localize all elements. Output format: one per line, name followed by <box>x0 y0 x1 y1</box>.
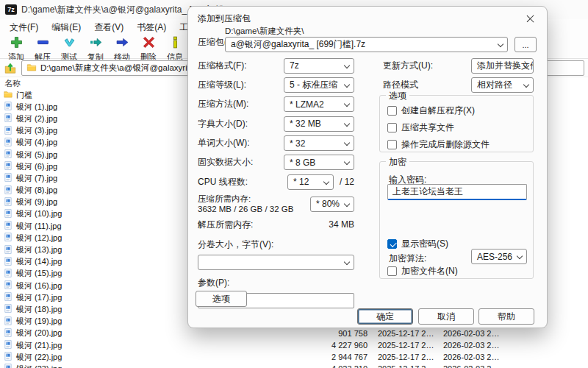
field-label: 压缩等级(L): <box>198 79 246 91</box>
file-name: 银河 (5).jpg <box>16 149 57 160</box>
cpu-threads-row: CPU 线程数: * 12 / 12 <box>198 172 354 191</box>
file-name: 银河 (12).jpg <box>16 233 62 244</box>
option-checkbox-2[interactable]: 操作完成后删除源文件 <box>387 138 490 151</box>
cpu-threads-max: / 12 <box>340 177 354 187</box>
file-size-cell: 2 944 767 <box>319 353 368 361</box>
cpu-threads-label: CPU 线程数: <box>198 176 248 188</box>
menu-item-3[interactable]: 书签(A) <box>130 20 173 35</box>
chevron-down-icon <box>344 101 350 107</box>
move-arrow-icon <box>116 36 129 52</box>
file-created-cell: 2026-02-03 2… <box>437 353 499 361</box>
cpu-threads-combo[interactable]: * 12 <box>287 174 334 190</box>
field-value: 7z <box>290 60 299 71</box>
options-button[interactable]: 选项 <box>196 291 247 307</box>
field-value: * 32 MB <box>290 118 321 129</box>
image-file-icon <box>4 292 12 302</box>
memory-decompress-value: 34 MB <box>329 219 354 230</box>
field-combo[interactable]: * 32 <box>284 135 354 151</box>
close-button[interactable] <box>514 8 545 29</box>
field-combo[interactable]: 7z <box>284 58 354 74</box>
archive-directory: D:\game\新建文件夹\ <box>225 26 304 37</box>
memory-compress-row: 压缩所需内存: 3632 MB / 26 GB / 32 GB * 80% <box>198 191 354 216</box>
file-name: 银河 (3).jpg <box>16 125 57 136</box>
show-password-checkbox[interactable]: 显示密码(S) <box>387 238 448 250</box>
file-name: 银河 (16).jpg <box>16 280 62 291</box>
dialog-right-column: 更新方式(U): 添加并替换文件 路径模式 相对路径 <box>379 56 534 95</box>
toolbar-button-test-check[interactable]: 测试 <box>56 35 82 63</box>
file-name: 银河 (9).jpg <box>16 197 57 208</box>
file-modified-cell: 2025-12-17 2… <box>368 364 437 368</box>
parameters-label: 参数(P): <box>198 277 354 289</box>
memory-compress-detail: 3632 MB / 26 GB / 32 GB <box>198 205 293 213</box>
field-combo[interactable]: * 32 MB <box>284 116 354 132</box>
image-file-icon <box>4 138 12 148</box>
field-combo[interactable]: * 8 GB <box>284 155 354 170</box>
field-label: 压缩格式(F): <box>198 60 247 72</box>
file-row[interactable]: 银河 (23).jpg4 023 2102025-12-17 2…2026-02… <box>0 363 588 368</box>
file-name: 银河 (23).jpg <box>16 364 62 368</box>
menu-item-1[interactable]: 编辑(E) <box>45 20 87 35</box>
file-row[interactable]: 银河 (21).jpg4 227 9602025-12-17 2…2026-02… <box>0 339 588 351</box>
chevron-down-icon <box>498 41 503 47</box>
image-file-icon <box>4 221 12 231</box>
up-directory-icon[interactable] <box>4 62 17 75</box>
checkbox-unchecked-icon <box>387 123 397 132</box>
help-button[interactable]: 帮助 <box>478 308 534 325</box>
toolbar-button-info[interactable]: 信息 <box>162 35 188 63</box>
dialog-title: 添加到压缩包 <box>198 13 251 25</box>
option-checkbox-label: 操作完成后删除源文件 <box>401 138 490 151</box>
field-label: 压缩方法(M): <box>198 98 248 110</box>
memory-usage-combo[interactable]: * 80% <box>310 197 354 212</box>
add-plus-icon <box>10 36 23 52</box>
delete-x-icon <box>143 36 155 52</box>
file-row[interactable]: 银河 (20).jpg901 7582025-12-17 2…2026-02-0… <box>0 328 588 339</box>
toolbar-button-move-arrow[interactable]: 移动 <box>109 35 135 63</box>
encrypt-filenames-checkbox[interactable]: 加密文件名(N) <box>387 265 458 277</box>
file-row[interactable]: 银河 (22).jpg2 944 7672025-12-17 2…2026-02… <box>0 351 588 363</box>
file-name: 银河 (20).jpg <box>16 328 62 339</box>
toolbar-button-add-plus[interactable]: 添加 <box>3 35 29 63</box>
password-input[interactable]: 上老王论坛当老王 <box>387 184 527 200</box>
image-file-icon <box>4 233 12 243</box>
encryption-method-combo[interactable]: AES-256 <box>471 249 527 264</box>
update-mode-combo[interactable]: 添加并替换文件 <box>471 58 534 74</box>
file-name-cell: 银河 (23).jpg <box>0 364 319 368</box>
file-name: 银河 (7).jpg <box>16 173 57 184</box>
image-file-icon <box>4 352 12 362</box>
menu-item-0[interactable]: 文件(F) <box>3 20 45 35</box>
toolbar-button-copy-arrow[interactable]: 复制 <box>82 35 109 63</box>
path-mode-combo[interactable]: 相对路径 <box>471 77 534 93</box>
field-label: 单词大小(W): <box>198 137 250 149</box>
file-name: 银河 (13).jpg <box>16 244 62 255</box>
volume-size-combo[interactable] <box>198 255 354 270</box>
archive-name-value: a@银河@galaxyrita_ [699门槛].7z <box>231 38 365 51</box>
encryption-method-label: 加密算法: <box>389 252 426 265</box>
password-value: 上老王论坛当老王 <box>392 185 463 198</box>
checkbox-unchecked-icon <box>387 106 397 116</box>
option-checkbox-label: 压缩共享文件 <box>401 121 454 134</box>
chevron-down-icon <box>344 201 350 207</box>
cancel-button[interactable]: 取消 <box>418 308 474 325</box>
file-created-cell: 2026-02-03 2… <box>437 364 499 368</box>
ok-button[interactable]: 确定 <box>357 308 413 325</box>
browse-button[interactable]: ... <box>514 37 537 52</box>
field-combo[interactable]: * LZMA2 <box>284 96 354 112</box>
folder-icon <box>26 62 37 75</box>
field-value: 5 - 标准压缩 <box>290 79 337 91</box>
option-checkbox-0[interactable]: 创建自解压程序(X) <box>387 105 475 117</box>
encryption-group: 加密 输入密码: 上老王论坛当老王 显示密码(S) 加密算法: AES-256 … <box>379 161 534 279</box>
menu-item-2[interactable]: 查看(V) <box>87 20 130 35</box>
option-checkbox-1[interactable]: 压缩共享文件 <box>387 121 454 134</box>
image-file-icon <box>4 257 12 267</box>
test-check-icon <box>63 36 76 52</box>
file-name: 银河 (10).jpg <box>16 208 62 219</box>
field-combo[interactable]: 5 - 标准压缩 <box>284 77 354 93</box>
memory-usage-value: * 80% <box>316 199 340 209</box>
chevron-down-icon <box>344 140 350 146</box>
chevron-down-icon <box>344 120 350 126</box>
toolbar-button-extract-minus[interactable]: 解压 <box>29 35 56 63</box>
toolbar-button-delete-x[interactable]: 删除 <box>135 35 162 63</box>
option-checkbox-label: 创建自解压程序(X) <box>401 105 475 117</box>
archive-name-combo[interactable]: a@银河@galaxyrita_ [699门槛].7z <box>225 37 508 52</box>
file-name: 银河 (22).jpg <box>16 352 62 363</box>
